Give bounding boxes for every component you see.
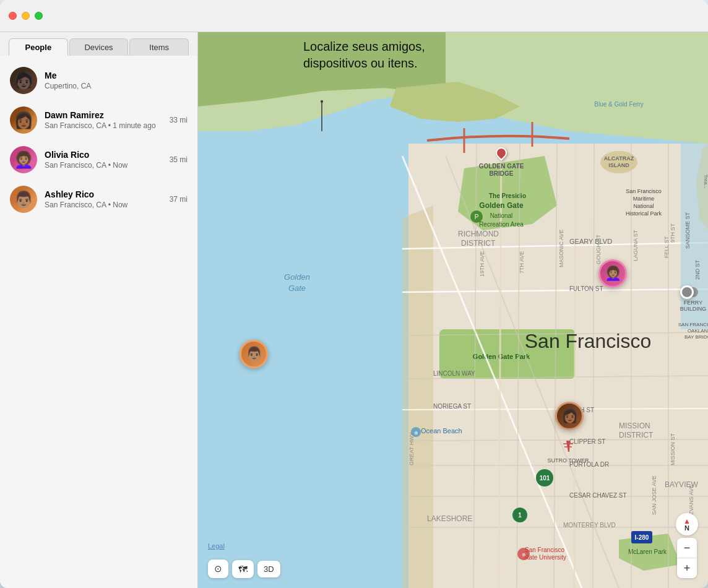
person-list: 🧑🏿 Me Cupertino, CA 👩🏾 Dawn Ramirez San … xyxy=(0,56,197,588)
map-controls: ⊙ 🗺 3D xyxy=(208,560,280,578)
svg-text:BRIDGE: BRIDGE xyxy=(490,170,514,177)
avatar: 👨🏽 xyxy=(10,186,37,213)
person-distance: 35 mi xyxy=(170,155,188,164)
svg-text:CESAR CHAVEZ ST: CESAR CHAVEZ ST xyxy=(569,492,627,499)
svg-text:⊕: ⊕ xyxy=(522,552,526,558)
svg-text:National: National xyxy=(490,212,513,219)
svg-text:GREAT HWY: GREAT HWY xyxy=(408,432,415,465)
list-item[interactable]: 👩🏽‍🦱 Olivia Rico San Francisco, CA • Now… xyxy=(0,140,197,179)
svg-text:Golden: Golden xyxy=(284,272,310,282)
svg-text:P: P xyxy=(475,214,479,220)
svg-text:NORIEGA ST: NORIEGA ST xyxy=(433,403,471,410)
person-info: Me Cupertino, CA xyxy=(45,71,188,90)
svg-text:SAN FRANCISCO-: SAN FRANCISCO- xyxy=(678,322,708,327)
zoom-in-button[interactable]: + xyxy=(677,558,697,578)
svg-text:MONTEREY BLVD: MONTEREY BLVD xyxy=(563,522,616,529)
map-area[interactable]: Golden Gate Park The Presidio McLaren Pa… xyxy=(198,32,708,588)
person-location: San Francisco, CA • 1 minute ago xyxy=(45,121,162,130)
svg-text:San Francisco: San Francisco xyxy=(626,188,662,194)
avatar: 👩🏾 xyxy=(10,106,37,134)
svg-text:Recreation Area: Recreation Area xyxy=(479,221,524,228)
avatar: 👩🏽‍🦱 xyxy=(10,146,37,173)
map-background: Golden Gate Park The Presidio McLaren Pa… xyxy=(198,32,708,588)
svg-rect-1 xyxy=(198,131,408,588)
map-type-button[interactable]: 🗺 xyxy=(232,560,254,578)
map-pin-dawn[interactable]: 👩🏾 xyxy=(555,402,584,430)
svg-text:LAGUNA ST: LAGUNA ST xyxy=(632,230,639,261)
maximize-button[interactable] xyxy=(35,12,43,20)
location-button[interactable]: ⊙ xyxy=(208,560,228,578)
tab-bar: People Devices Items xyxy=(0,32,197,56)
svg-text:SAN JOSE AVE: SAN JOSE AVE xyxy=(651,475,657,515)
person-location: San Francisco, CA • Now xyxy=(45,201,162,209)
3d-label: 3D xyxy=(264,564,274,574)
person-info: Olivia Rico San Francisco, CA • Now xyxy=(45,150,162,170)
avatar-emoji: 👩🏾 xyxy=(10,106,37,134)
person-name: Ashley Rico xyxy=(45,189,162,199)
compass-label: N xyxy=(684,525,689,532)
person-distance: 33 mi xyxy=(170,116,188,124)
map-controls-right: ▲ N − + xyxy=(676,513,698,578)
sidebar: People Devices Items 🧑🏿 Me Cupertino, CA xyxy=(0,32,198,588)
traffic-lights xyxy=(9,12,43,20)
svg-text:DISTRICT: DISTRICT xyxy=(619,431,654,439)
svg-text:FERRY: FERRY xyxy=(684,300,702,306)
svg-text:Maritime: Maritime xyxy=(633,196,655,202)
svg-text:MISSION ST: MISSION ST xyxy=(670,433,676,465)
close-button[interactable] xyxy=(9,12,17,20)
svg-text:LAKESHORE: LAKESHORE xyxy=(427,514,472,523)
person-name: Me xyxy=(45,71,188,80)
svg-text:101: 101 xyxy=(540,475,550,482)
svg-text:1: 1 xyxy=(518,512,522,519)
svg-text:SANSOME ST: SANSOME ST xyxy=(684,212,691,249)
person-info: Ashley Rico San Francisco, CA • Now xyxy=(45,189,162,209)
legal-link[interactable]: Legal xyxy=(208,542,225,550)
map-pin-device xyxy=(680,285,694,299)
svg-text:Gate: Gate xyxy=(288,283,306,293)
svg-text:BUILDING: BUILDING xyxy=(680,306,707,312)
map-pin-ashley[interactable]: 👨🏽 xyxy=(240,340,268,368)
svg-text:ALCATRAZ: ALCATRAZ xyxy=(604,155,634,162)
svg-text:MASONIC AVE: MASONIC AVE xyxy=(558,230,564,267)
person-name: Olivia Rico xyxy=(45,150,162,160)
avatar-emoji: 👨🏽 xyxy=(10,186,37,213)
zoom-out-button[interactable]: − xyxy=(677,538,697,558)
compass-north: ▲ xyxy=(683,517,691,525)
map-pin-olivia[interactable]: 👩🏽‍🦱 xyxy=(598,259,627,288)
avatar-emoji: 🧑🏿 xyxy=(10,67,37,94)
svg-text:CLIPPER ST: CLIPPER ST xyxy=(569,438,605,445)
svg-text:National: National xyxy=(633,203,654,209)
avatar: 🧑🏿 xyxy=(10,67,37,94)
svg-text:The Presidio: The Presidio xyxy=(489,192,526,199)
minimize-button[interactable] xyxy=(22,12,30,20)
app-window: People Devices Items 🧑🏿 Me Cupertino, CA xyxy=(0,0,708,588)
list-item[interactable]: 👩🏾 Dawn Ramirez San Francisco, CA • 1 mi… xyxy=(0,100,197,140)
person-location: San Francisco, CA • Now xyxy=(45,161,162,170)
svg-text:Golden Gate Park: Golden Gate Park xyxy=(473,353,530,360)
svg-text:I-280: I-280 xyxy=(635,534,649,541)
list-item[interactable]: 🧑🏿 Me Cupertino, CA xyxy=(0,61,197,100)
svg-text:Ocean Beach: Ocean Beach xyxy=(421,427,462,435)
svg-text:San Francisco: San Francisco xyxy=(525,547,564,553)
svg-text:McLaren Park: McLaren Park xyxy=(628,548,667,555)
svg-text:DISTRICT: DISTRICT xyxy=(461,239,496,248)
compass[interactable]: ▲ N xyxy=(676,513,698,535)
svg-text:OAKLAND: OAKLAND xyxy=(688,328,708,334)
svg-text:BAY BRIDGE: BAY BRIDGE xyxy=(684,334,708,340)
tab-items[interactable]: Items xyxy=(129,38,189,56)
svg-text:2ND ST: 2ND ST xyxy=(694,259,701,280)
list-item[interactable]: 👨🏽 Ashley Rico San Francisco, CA • Now 3… xyxy=(0,179,197,219)
svg-text:ISLAND: ISLAND xyxy=(608,162,629,168)
person-name: Dawn Ramirez xyxy=(45,110,162,120)
3d-button[interactable]: 3D xyxy=(257,561,280,577)
tab-devices[interactable]: Devices xyxy=(69,38,129,56)
svg-text:19TH AVE: 19TH AVE xyxy=(479,251,485,277)
person-location: Cupertino, CA xyxy=(45,82,188,90)
svg-text:Blue & Gold Ferry: Blue & Gold Ferry xyxy=(594,101,643,108)
tab-people[interactable]: People xyxy=(9,38,68,56)
svg-text:EVANS AVE: EVANS AVE xyxy=(688,485,694,515)
titlebar xyxy=(0,0,708,32)
svg-text:7TH AVE: 7TH AVE xyxy=(519,251,525,274)
map-icon: 🗺 xyxy=(238,564,248,574)
location-icon: ⊙ xyxy=(214,563,222,574)
